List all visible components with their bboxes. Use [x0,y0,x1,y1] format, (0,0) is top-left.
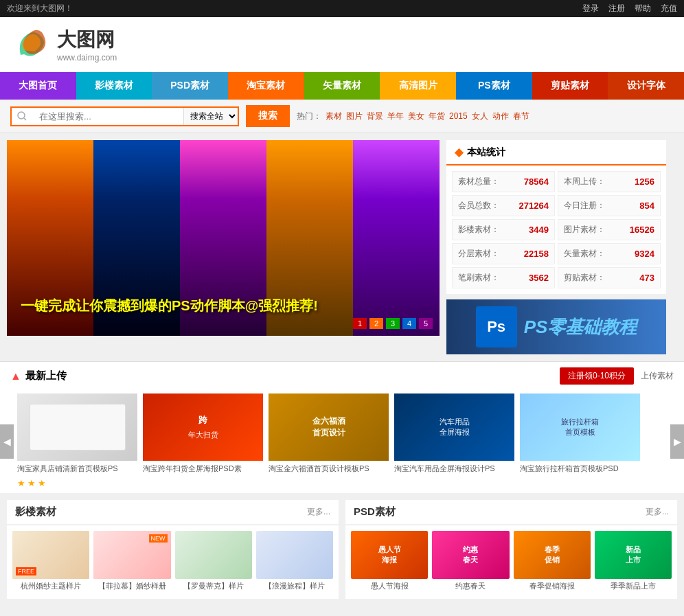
nav-psd[interactable]: PSD素材 [152,72,228,100]
psd-thumb-2: 约惠春天 [432,531,509,579]
ps-logo-icon: Ps [476,306,517,347]
stats-grid: 素材总量： 78564 本周上传： 1256 会员总数： 271264 今日注册… [446,166,666,294]
carousel-prev-button[interactable]: ◀ [0,424,14,459]
film-thumb-2: NEW [93,531,170,579]
latest-arrow-icon: ▲ [10,370,21,383]
psd-thumb-1: 愚人节海报 [351,531,428,579]
carousel-thumb-4: 汽车用品全屏海报 [394,393,514,461]
carousel-thumb-5: 旅行拉杆箱首页模板 [520,393,640,461]
logo[interactable]: 大图网 www.daimg.com [14,24,117,65]
help-link[interactable]: 帮助 [635,3,651,14]
film-item-3[interactable]: 【罗曼蒂克】样片 [175,531,252,593]
carousel-next-button[interactable]: ▶ [670,424,684,459]
carousel-thumb-3: 金六福酒首页设计 [269,393,389,461]
film-section-more[interactable]: 更多... [307,506,330,518]
nav-film[interactable]: 影楼素材 [76,72,152,100]
banner-dot-5[interactable]: 5 [419,318,433,329]
ps-banner[interactable]: Ps PS零基础教程 [446,299,666,354]
psd-item-3[interactable]: 春季促销 春季促销海报 [514,531,591,593]
banner-dot-1[interactable]: 1 [353,318,367,329]
upload-link[interactable]: 上传素材 [641,370,674,382]
stat-layer-label: 分层素材： [458,248,499,260]
register-points-button[interactable]: 注册领0-10积分 [560,367,634,385]
film-section: 影楼素材 更多... FREE 杭州婚纱主题样片 NEW 【菲拉慕】婚纱样册 [7,500,339,599]
hot-label: 热门： [297,111,321,122]
logo-icon [14,24,52,65]
psd-item-2[interactable]: 约惠春天 约惠春天 [432,531,509,593]
carousel-label-3: 淘宝金六福酒首页设计模板PS [269,461,389,477]
psd-item-1[interactable]: 愚人节海报 愚人节海报 [351,531,428,593]
banner-dot-3[interactable]: 3 [386,318,400,329]
stat-weekly: 本周上传： 1256 [558,171,661,192]
stat-image-label: 图片素材： [564,224,605,236]
hot-tag-dongzuo[interactable]: 动作 [492,111,509,122]
hot-tags: 热门： 素材 图片 背景 羊年 美女 年货 2015 女人 动作 春节 [297,111,529,122]
carousel: ◀ 淘宝家具店铺清新首页模板PS ★ ★ ★ 跨 年大扫货 [0,390,684,493]
carousel-thumb-1 [17,393,137,461]
banner-dots[interactable]: 1 2 3 4 5 [353,318,433,329]
psd-section-more[interactable]: 更多... [646,506,669,518]
carousel-item-4[interactable]: 汽车用品全屏海报 淘宝汽车用品全屏海报设计PS [394,393,514,490]
stat-brush-label: 笔刷素材： [458,272,499,284]
psd-label-2: 约惠春天 [432,579,509,593]
nav-home[interactable]: 大图首页 [0,72,76,100]
nav-ps[interactable]: PS素材 [456,72,532,100]
psd-thumb-4: 新品上市 [595,531,672,579]
hot-tag-sucai[interactable]: 素材 [326,111,342,122]
hot-tag-tupian[interactable]: 图片 [346,111,363,122]
nav-vector[interactable]: 矢量素材 [304,72,380,100]
ps-banner-text: PS零基础教程 [524,315,637,339]
navigation: 大图首页 影楼素材 PSD素材 淘宝素材 矢量素材 高清图片 PS素材 剪贴素材… [0,72,684,100]
bottom-sections: 影楼素材 更多... FREE 杭州婚纱主题样片 NEW 【菲拉慕】婚纱样册 [0,493,684,606]
stat-weekly-value: 1256 [635,176,654,187]
carousel-thumb-2: 跨 年大扫货 [143,393,263,461]
film-item-4[interactable]: 【浪漫旅程】样片 [256,531,333,593]
hot-tag-chunjie[interactable]: 春节 [513,111,529,122]
stat-film-value: 3449 [529,225,549,235]
stat-weekly-label: 本周上传： [564,176,605,187]
hot-tag-nianhuo[interactable]: 年货 [429,111,445,122]
hot-tag-2015[interactable]: 2015 [449,111,468,121]
search-icon [12,108,32,125]
register-link[interactable]: 注册 [608,3,625,14]
nav-font[interactable]: 设计字体 [608,72,684,100]
latest-section-right: 注册领0-10积分 上传素材 [560,367,674,385]
nav-photo[interactable]: 高清图片 [380,72,456,100]
recharge-link[interactable]: 充值 [661,3,677,14]
search-input[interactable] [32,108,183,125]
banner-image[interactable]: 一键完成让你震撼到爆的PS动作脚本@强烈推荐! 1 2 3 4 5 [7,140,440,336]
carousel-item-5[interactable]: 旅行拉杆箱首页模板 淘宝旅行拉杆箱首页模板PSD [520,393,640,490]
psd-label-3: 春季促销海报 [514,579,591,593]
latest-section-bar: ▲ 最新上传 注册领0-10积分 上传素材 [0,361,684,390]
film-label-2: 【菲拉慕】婚纱样册 [93,579,170,593]
star-3: ★ [38,478,46,488]
psd-section-items: 愚人节海报 愚人节海报 约惠春天 约惠春天 春季促销 春季促销海报 新品上市 [345,525,677,599]
psd-item-4[interactable]: 新品上市 季季新品上市 [595,531,672,593]
nav-taobao[interactable]: 淘宝素材 [228,72,304,100]
search-button[interactable]: 搜索 [246,105,290,127]
carousel-item-2[interactable]: 跨 年大扫货 淘宝跨年扫货全屏海报PSD素 [143,393,263,490]
carousel-item-3[interactable]: 金六福酒首页设计 淘宝金六福酒首页设计模板PS [269,393,389,490]
svg-line-2 [24,118,26,120]
hot-tag-meinv[interactable]: 美女 [408,111,424,122]
hot-tag-beijing[interactable]: 背景 [367,111,383,122]
psd-label-1: 愚人节海报 [351,579,428,593]
hot-tag-nvren[interactable]: 女人 [472,111,488,122]
carousel-item-1[interactable]: 淘宝家具店铺清新首页模板PS ★ ★ ★ [17,393,137,490]
stat-brush-value: 3562 [529,273,549,283]
latest-title-text: 最新上传 [25,369,67,383]
stat-clip-label: 剪贴素材： [564,272,605,284]
psd-thumb-text-3: 春季促销 [541,541,563,569]
login-link[interactable]: 登录 [582,3,599,14]
banner-dot-4[interactable]: 4 [402,318,416,329]
hot-tag-yangnian[interactable]: 羊年 [387,111,404,122]
search-scope-select[interactable]: 搜索全站 [183,108,238,125]
stat-clip: 剪贴素材： 473 [558,267,661,288]
film-item-1[interactable]: FREE 杭州婚纱主题样片 [12,531,89,593]
nav-clip[interactable]: 剪贴素材 [532,72,608,100]
stat-layer-value: 22158 [524,249,549,259]
banner-fig5 [353,140,440,336]
film-item-2[interactable]: NEW 【菲拉慕】婚纱样册 [93,531,170,593]
banner-dot-2[interactable]: 2 [369,318,383,329]
stats-panel: ◆ 本站统计 素材总量： 78564 本周上传： 1256 会员总数： 2712… [446,140,666,354]
